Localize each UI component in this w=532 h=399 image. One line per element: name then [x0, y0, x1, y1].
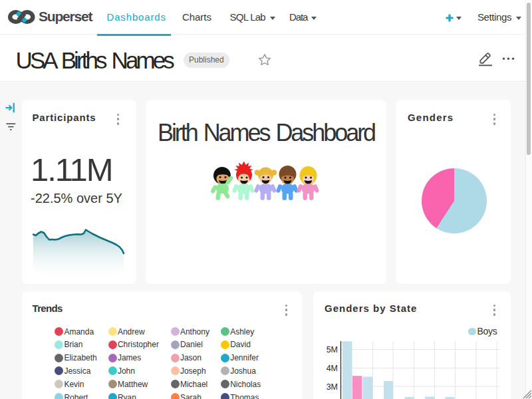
svg-text:3M: 3M	[327, 382, 338, 392]
svg-text:4M: 4M	[327, 364, 338, 373]
svg-text:5M: 5M	[327, 345, 338, 354]
